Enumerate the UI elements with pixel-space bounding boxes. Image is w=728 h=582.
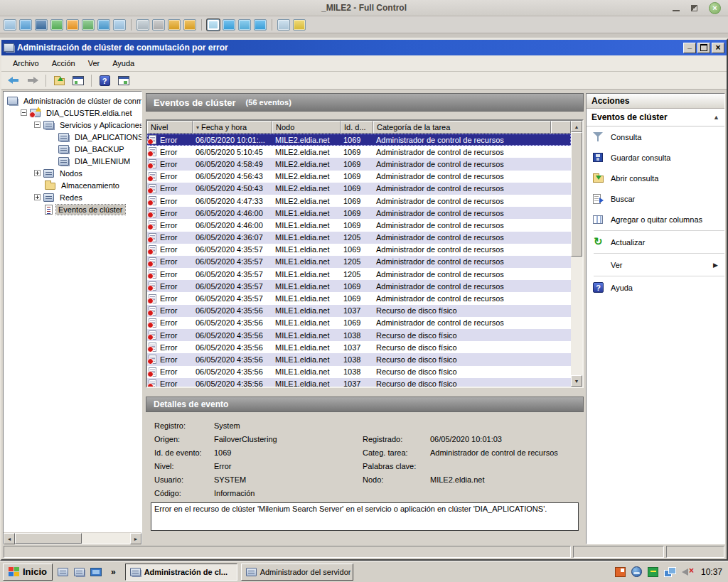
tree-item-redes[interactable]: Redes xyxy=(4,191,141,203)
action-ver[interactable]: Ver▶ xyxy=(587,254,724,275)
message-icon[interactable] xyxy=(113,19,126,31)
table-row[interactable]: Error06/05/2020 4:35:57MILE1.eldia.net12… xyxy=(147,268,571,280)
taskbar-button[interactable]: Administrador del servidor xyxy=(241,564,353,581)
expand-plus-icon[interactable] xyxy=(34,170,41,176)
tray-app-icon[interactable] xyxy=(615,567,626,577)
viewer-minimize-icon[interactable] xyxy=(673,4,680,11)
table-row[interactable]: Error06/05/2020 4:35:56MILE1.eldia.net10… xyxy=(147,305,571,317)
action-actualizar[interactable]: Actualizar xyxy=(587,232,724,252)
collapse-icon[interactable]: ▲ xyxy=(713,114,719,121)
mmc-maximize-button[interactable] xyxy=(697,43,710,53)
tree-item-eventos-de-cl-ster[interactable]: Eventos de clúster xyxy=(4,203,141,215)
download-box-icon[interactable] xyxy=(168,19,181,31)
scroll-right-icon[interactable]: ► xyxy=(130,533,141,544)
export-icon-button[interactable] xyxy=(51,73,67,87)
window-normal-icon[interactable] xyxy=(207,19,220,31)
table-row[interactable]: Error06/05/2020 4:35:56MILE1.eldia.net10… xyxy=(147,317,571,329)
tray-volume-muted-icon[interactable] xyxy=(682,567,694,577)
table-row[interactable]: Error06/05/2020 10:01:...MILE2.eldia.net… xyxy=(147,134,571,146)
taskbar-button[interactable]: Administración de cl... xyxy=(125,564,237,581)
table-row[interactable]: Error06/05/2020 4:35:56MILE1.eldia.net10… xyxy=(147,329,571,341)
table-row[interactable]: Error06/05/2020 4:35:56MILE1.eldia.net10… xyxy=(147,378,571,387)
help-icon-button[interactable] xyxy=(97,73,112,87)
table-row[interactable]: Error06/05/2020 4:56:43MILE2.eldia.net10… xyxy=(147,171,571,183)
terminal-icon[interactable] xyxy=(35,19,48,31)
start-button[interactable]: Inicio xyxy=(3,564,53,581)
hosts-icon[interactable] xyxy=(152,19,165,31)
table-row[interactable]: Error06/05/2020 4:35:57MILE1.eldia.net10… xyxy=(147,280,571,292)
console-tree-icon-button[interactable] xyxy=(70,73,86,87)
table-row[interactable]: Error06/05/2020 4:58:49MILE2.eldia.net10… xyxy=(147,158,571,170)
actions-section-header[interactable]: Eventos de clúster ▲ xyxy=(587,109,724,126)
screen-scale-icon[interactable] xyxy=(254,19,267,31)
new-window-icon-button[interactable] xyxy=(116,73,132,87)
collapse-minus-icon[interactable] xyxy=(34,122,41,128)
tray-hp-agent-icon[interactable] xyxy=(648,567,658,577)
tree-item-dia-cluster-eldia-net[interactable]: DIA_CLUSTER.eldia.net xyxy=(4,107,141,119)
quick-launch-cluster-icon[interactable] xyxy=(74,568,85,576)
column-header-categor-a-de-la-tarea[interactable]: Categoría de la tarea xyxy=(373,121,551,134)
display-settings-icon[interactable] xyxy=(4,19,16,31)
scroll-thumb[interactable] xyxy=(15,533,82,544)
table-row[interactable]: Error06/05/2020 4:47:33MILE2.eldia.net10… xyxy=(147,195,571,207)
action-abrir-consulta[interactable]: Abrir consulta xyxy=(587,168,724,188)
tree-item-dia-milenium[interactable]: DIA_MILENIUM xyxy=(4,155,141,167)
action-consulta[interactable]: Consulta xyxy=(587,126,724,147)
tray-network-status-icon[interactable] xyxy=(664,567,676,577)
column-header-id-d-[interactable]: Id. d... xyxy=(341,121,373,134)
chat-icon[interactable] xyxy=(82,19,95,31)
screen-solid-icon[interactable] xyxy=(238,19,251,31)
table-row[interactable]: Error06/05/2020 5:10:45MILE2.eldia.net10… xyxy=(147,146,571,158)
expand-plus-icon[interactable] xyxy=(34,194,41,200)
quick-launch-show-desktop-icon[interactable] xyxy=(90,568,102,576)
mmc-close-button[interactable] xyxy=(712,43,724,53)
menu-archivo[interactable]: Archivo xyxy=(7,57,45,70)
action-guardar-consulta[interactable]: Guardar consulta xyxy=(587,147,724,168)
action-buscar[interactable]: Buscar xyxy=(587,188,724,209)
tree-item-dia-backup[interactable]: DIA_BACKUP xyxy=(4,143,141,155)
file-send-icon[interactable] xyxy=(136,19,149,31)
tree-item-servicios-y-aplicaciones[interactable]: Servicios y Aplicaciones xyxy=(4,119,141,131)
mmc-titlebar[interactable]: Administración de clúster de conmutación… xyxy=(1,40,727,55)
table-row[interactable]: Error06/05/2020 4:35:56MILE1.eldia.net10… xyxy=(147,353,571,365)
events-vertical-scrollbar[interactable]: ▲ ▼ xyxy=(571,121,582,387)
menu-ayuda[interactable]: Ayuda xyxy=(107,57,140,70)
quick-launch-server-icon[interactable] xyxy=(58,568,68,576)
fullscreen-icon[interactable] xyxy=(19,19,32,31)
tree-item-nodos[interactable]: Nodos xyxy=(4,167,141,179)
call-icon[interactable] xyxy=(97,19,110,31)
scroll-down-icon[interactable]: ▼ xyxy=(571,375,582,387)
viewer-close-icon[interactable] xyxy=(709,2,721,14)
column-header-nivel[interactable]: Nivel xyxy=(147,121,193,134)
viewer-maximize-icon[interactable] xyxy=(691,5,697,11)
chevron-expand-icon[interactable]: » xyxy=(111,567,116,577)
column-header-nodo[interactable]: Nodo xyxy=(272,121,341,134)
table-row[interactable]: Error06/05/2020 4:36:07MILE1.eldia.net12… xyxy=(147,232,571,244)
column-header-fecha-y-hora[interactable]: ▾Fecha y hora xyxy=(193,121,272,134)
table-row[interactable]: Error06/05/2020 4:46:00MILE1.eldia.net10… xyxy=(147,219,571,231)
action-ayuda[interactable]: Ayuda xyxy=(587,277,724,298)
table-row[interactable]: Error06/05/2020 4:46:00MILE1.eldia.net10… xyxy=(147,207,571,219)
table-row[interactable]: Error06/05/2020 4:35:56MILE1.eldia.net10… xyxy=(147,366,571,378)
tree-item-administraci-n-de-cl-ster-de-conmu[interactable]: Administración de clúster de conmu xyxy=(4,95,141,107)
mmc-minimize-button[interactable] xyxy=(683,43,696,53)
scroll-up-icon[interactable]: ▲ xyxy=(571,121,582,132)
table-row[interactable]: Error06/05/2020 4:35:57MILE1.eldia.net10… xyxy=(147,292,571,304)
action-agregar-o-quitar-columnas[interactable]: Agregar o quitar columnas xyxy=(587,209,724,230)
tools-icon[interactable] xyxy=(293,19,306,31)
windows-select-icon[interactable] xyxy=(277,19,290,31)
window-scale-icon[interactable] xyxy=(223,19,235,31)
table-row[interactable]: Error06/05/2020 4:35:57MILE1.eldia.net10… xyxy=(147,244,571,256)
tray-network-monitor-icon[interactable] xyxy=(631,566,642,577)
scroll-thumb[interactable] xyxy=(571,132,582,257)
upload-box-icon[interactable] xyxy=(183,19,196,31)
tree-item-almacenamiento[interactable]: Almacenamiento xyxy=(4,179,141,191)
tree-horizontal-scrollbar[interactable]: ◄ ► xyxy=(4,532,141,544)
transfer-arrows-icon[interactable] xyxy=(50,19,63,31)
forward-icon-button[interactable] xyxy=(25,73,41,87)
back-icon-button[interactable] xyxy=(6,73,21,87)
scroll-track[interactable] xyxy=(15,533,130,544)
table-row[interactable]: Error06/05/2020 4:35:57MILE1.eldia.net12… xyxy=(147,256,571,268)
scroll-left-icon[interactable]: ◄ xyxy=(4,533,15,544)
menu-acción[interactable]: Acción xyxy=(46,57,81,70)
